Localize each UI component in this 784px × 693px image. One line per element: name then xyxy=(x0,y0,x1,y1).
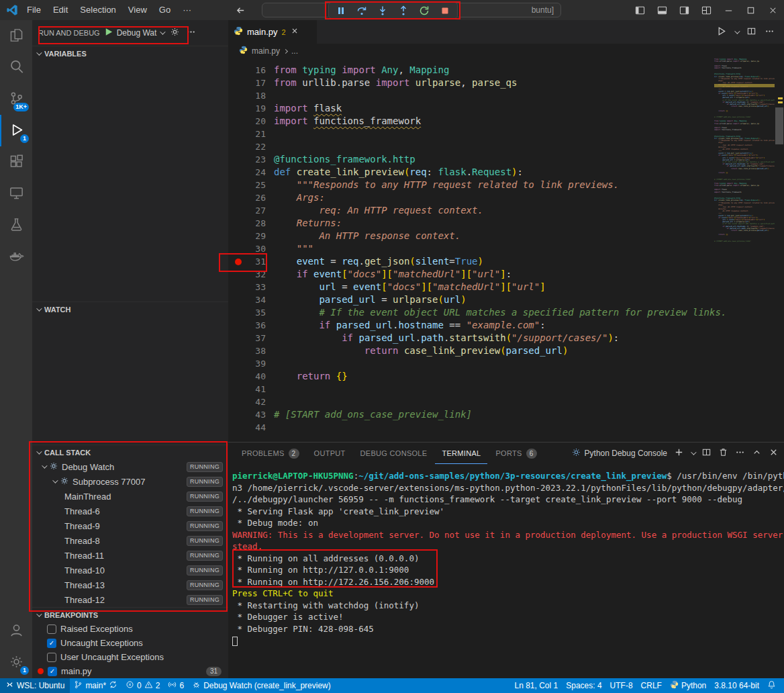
line-number[interactable]: 34 xyxy=(228,293,266,306)
line-number[interactable]: 41 xyxy=(228,383,266,396)
breadcrumb-symbol[interactable]: ... xyxy=(291,46,298,56)
code-text[interactable]: req: An HTTP request context. xyxy=(266,204,483,217)
activity-item-docker[interactable] xyxy=(0,241,32,273)
activity-item-remote-explorer[interactable] xyxy=(0,178,32,210)
gutter[interactable]: 44 xyxy=(228,421,266,434)
gutter[interactable]: 28 xyxy=(228,217,266,230)
new-terminal-icon[interactable] xyxy=(674,447,684,459)
status-indentation[interactable]: Spaces: 4 xyxy=(562,678,605,693)
line-number[interactable]: 27 xyxy=(228,204,266,217)
code-text[interactable]: import functions_framework xyxy=(266,115,421,128)
section-breakpoints[interactable]: BREAKPOINTS xyxy=(32,607,228,622)
more-actions-icon[interactable] xyxy=(186,27,196,39)
line-number[interactable]: 25 xyxy=(228,179,266,191)
gutter[interactable]: 39 xyxy=(228,357,266,370)
line-number[interactable]: 22 xyxy=(228,140,266,153)
customize-layout-icon[interactable] xyxy=(695,0,718,20)
chevron-down-icon[interactable] xyxy=(52,477,58,483)
status-problems[interactable]: 02 xyxy=(121,678,164,693)
stop-button[interactable] xyxy=(435,3,455,18)
activity-item-search[interactable] xyxy=(0,52,32,83)
line-number[interactable]: 30 xyxy=(228,242,266,255)
close-panel-icon[interactable] xyxy=(769,447,779,459)
minimize-button[interactable] xyxy=(718,0,740,20)
code-text[interactable] xyxy=(266,396,274,408)
tab-main-py[interactable]: main.py 2 xyxy=(228,20,317,44)
toggle-sidebar-icon[interactable] xyxy=(629,0,651,20)
gutter[interactable]: 37 xyxy=(228,332,266,344)
menu-edit[interactable]: Edit xyxy=(47,0,74,20)
call-stack-item[interactable]: Thread-8RUNNING xyxy=(32,533,228,548)
breadcrumb-file[interactable]: main.py xyxy=(252,46,280,56)
line-number[interactable]: 33 xyxy=(228,281,266,293)
split-terminal-icon[interactable] xyxy=(701,447,712,459)
code-text[interactable]: parsed_url = urlparse(url) xyxy=(266,293,467,306)
call-stack-item[interactable]: Thread-13RUNNING xyxy=(32,578,228,592)
scrollbar-thumb[interactable] xyxy=(775,107,783,144)
line-number[interactable]: 16 xyxy=(228,64,266,77)
panel-more-actions-icon[interactable] xyxy=(735,447,745,459)
gutter[interactable]: 31 xyxy=(228,255,266,268)
line-number[interactable]: 18 xyxy=(228,89,266,102)
line-number[interactable]: 44 xyxy=(228,421,266,434)
restart-button[interactable] xyxy=(414,3,434,18)
status-git-branch[interactable]: main* xyxy=(70,678,121,693)
breakpoint-item[interactable]: ✓main.py31 xyxy=(32,664,228,678)
code-text[interactable]: from typing import Any, Mapping xyxy=(266,64,449,77)
gutter[interactable]: 23 xyxy=(228,153,266,166)
line-number[interactable]: 35 xyxy=(228,306,266,319)
maximize-button[interactable] xyxy=(740,0,762,20)
activity-item-explorer[interactable] xyxy=(0,20,32,52)
code-text[interactable]: # [START add_ons_case_preview_link] xyxy=(266,408,472,421)
line-number[interactable]: 20 xyxy=(228,115,266,128)
line-number[interactable]: 39 xyxy=(228,357,266,370)
code-text[interactable] xyxy=(266,128,274,140)
panel-tab-terminal[interactable]: TERMINAL xyxy=(435,443,487,464)
maximize-panel-icon[interactable] xyxy=(752,447,762,459)
status-debug-session[interactable]: Debug Watch (create_link_preview) xyxy=(188,678,335,693)
gutter[interactable]: 27 xyxy=(228,204,266,217)
call-stack-item[interactable]: Thread-9RUNNING xyxy=(32,518,228,533)
step-out-button[interactable] xyxy=(393,3,413,18)
section-watch[interactable]: WATCH xyxy=(32,302,228,316)
call-stack-item[interactable]: Thread-11RUNNING xyxy=(32,548,228,563)
gutter[interactable]: 25 xyxy=(228,179,266,191)
gutter[interactable]: 34 xyxy=(228,293,266,306)
breakpoint-dot[interactable] xyxy=(235,259,242,265)
code-text[interactable]: return {} xyxy=(266,370,348,383)
editor-more-actions-icon[interactable] xyxy=(765,26,775,38)
status-ports-forwarded[interactable]: 6 xyxy=(164,678,188,693)
activity-item-run-and-debug[interactable]: 1 xyxy=(0,115,32,146)
status-python-interpreter[interactable]: 3.8.10 64-bit xyxy=(710,678,763,693)
menu-more[interactable]: ··· xyxy=(177,0,197,20)
activity-item-settings[interactable]: 1 xyxy=(0,647,32,678)
breakpoint-item[interactable]: ✓Uncaught Exceptions xyxy=(32,636,228,650)
menu-file[interactable]: File xyxy=(21,0,47,20)
call-stack-item[interactable]: Thread-6RUNNING xyxy=(32,504,228,518)
section-variables[interactable]: VARIABLES xyxy=(32,46,228,60)
activity-item-source-control[interactable]: 1K+ xyxy=(0,83,32,115)
code-text[interactable]: url = event["docs"]["matchedUrl"]["url"] xyxy=(266,281,546,293)
code-text[interactable]: import flask xyxy=(266,102,342,115)
code-text[interactable]: return case_link_preview(parsed_url) xyxy=(266,344,568,357)
menu-go[interactable]: Go xyxy=(153,0,177,20)
gutter[interactable]: 30 xyxy=(228,242,266,255)
panel-tab-debug-console[interactable]: DEBUG CONSOLE xyxy=(354,443,434,464)
breadcrumb[interactable]: main.py ... xyxy=(228,44,784,58)
terminal-output[interactable]: pierrick@LAPTOP-HKU5PNNG:~/git/add-ons-s… xyxy=(228,464,784,678)
code-text[interactable] xyxy=(266,357,274,370)
gutter[interactable]: 40 xyxy=(228,370,266,383)
call-stack-item[interactable]: MainThreadRUNNING xyxy=(32,489,228,504)
code-area[interactable]: 16from typing import Any, Mapping17from … xyxy=(228,58,784,442)
activity-item-testing[interactable] xyxy=(0,210,32,241)
code-text[interactable] xyxy=(266,383,274,396)
line-number[interactable]: 24 xyxy=(228,166,266,179)
code-text[interactable]: event = req.get_json(silent=True) xyxy=(266,255,483,268)
breakpoint-checkbox[interactable] xyxy=(47,625,56,634)
gutter[interactable]: 33 xyxy=(228,281,266,293)
code-text[interactable]: def create_link_preview(req: flask.Reque… xyxy=(266,166,523,179)
step-into-button[interactable] xyxy=(373,3,393,18)
line-number[interactable]: 29 xyxy=(228,230,266,242)
panel-tab-output[interactable]: OUTPUT xyxy=(307,443,352,464)
gutter[interactable]: 41 xyxy=(228,383,266,396)
